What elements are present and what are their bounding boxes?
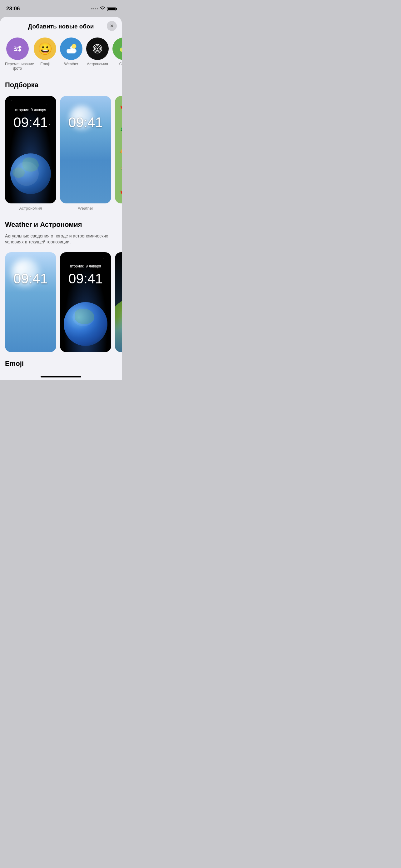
modal-sheet: Добавить новые обои ✕ Перемешивание фото… bbox=[0, 17, 122, 373]
section-desc-weather-astronomy: Актуальные сведения о погоде и астрономи… bbox=[5, 233, 117, 245]
weather-svg bbox=[65, 43, 78, 55]
weather-icon-circle bbox=[60, 37, 82, 60]
card-time-emoji: 09:41 bbox=[115, 115, 122, 129]
wifi-icon bbox=[100, 6, 105, 11]
wallpaper-label-weather: Weather bbox=[78, 206, 93, 211]
svg-rect-3 bbox=[67, 51, 75, 54]
wallpaper-scroll-podborka: вторник, 9 января 09:41 Астрономия 09:41 bbox=[0, 96, 122, 216]
shuffle-icon-circle bbox=[6, 37, 29, 60]
card-time-weather: 09:41 bbox=[60, 115, 111, 130]
status-bar: 23:06 bbox=[0, 0, 122, 16]
wallpaper-item-emoji[interactable]: 🍁 🦌 ⛺ 🌲 🍁 🦌 ⛺ 🌲 🍁 🦌 ⛺ 🌲 🍁 🦌 ⛺ 09 bbox=[115, 96, 122, 211]
close-button[interactable]: ✕ bbox=[107, 21, 117, 31]
svg-point-9 bbox=[120, 48, 122, 52]
astronomy-svg bbox=[92, 43, 103, 55]
battery-icon bbox=[107, 7, 115, 11]
wallpaper-item-weather[interactable]: 09:41 Weather bbox=[60, 96, 111, 211]
category-item-astronomy[interactable]: Астрономия bbox=[86, 37, 109, 71]
wallpaper-item-astronomy-big[interactable]: вторник, 9 января 09:41 bbox=[60, 252, 111, 352]
shuffle-svg bbox=[11, 43, 24, 55]
status-time: 23:06 bbox=[6, 6, 20, 12]
category-label-color: Color bbox=[119, 62, 122, 66]
section-title-weather-astronomy: Weather и Астрономия bbox=[5, 221, 117, 229]
color-icon-circle bbox=[112, 37, 122, 60]
emoji-icon-circle: 😀 bbox=[34, 37, 56, 60]
category-label-astronomy: Астрономия bbox=[87, 62, 108, 66]
home-indicator bbox=[0, 373, 122, 380]
wallpaper-item-weather-big[interactable]: 09:41 bbox=[5, 252, 56, 352]
category-item-weather[interactable]: Weather bbox=[60, 37, 82, 71]
color-svg bbox=[118, 43, 122, 55]
wallpaper-card-earth-closeup[interactable]: 09:41 bbox=[115, 252, 122, 352]
card-time-astronomy: 09:41 bbox=[5, 115, 56, 130]
wallpaper-card-weather[interactable]: 09:41 bbox=[60, 96, 111, 204]
modal-title: Добавить новые обои bbox=[28, 23, 94, 30]
category-item-emoji[interactable]: 😀 Emoji bbox=[34, 37, 56, 71]
category-scroll: Перемешивание фото 😀 Emoji Weather bbox=[0, 35, 122, 76]
wallpaper-item-astronomy[interactable]: вторник, 9 января 09:41 Астрономия bbox=[5, 96, 56, 211]
category-item-shuffle[interactable]: Перемешивание фото bbox=[5, 37, 30, 71]
astronomy-icon-circle bbox=[86, 37, 109, 60]
emoji-grid: 🍁 🦌 ⛺ 🌲 🍁 🦌 ⛺ 🌲 🍁 🦌 ⛺ 🌲 🍁 🦌 ⛺ bbox=[115, 96, 122, 204]
emoji-section-label: Emoji bbox=[0, 357, 122, 373]
svg-point-8 bbox=[97, 48, 98, 50]
card-time-earth-closeup: 09:41 bbox=[115, 271, 122, 286]
category-label-emoji: Emoji bbox=[40, 62, 49, 66]
section-title-podborka: Подборка bbox=[5, 81, 117, 89]
earth-big-visual bbox=[64, 302, 107, 346]
card-date-astronomy: вторник, 9 января bbox=[5, 108, 56, 112]
home-bar bbox=[41, 376, 81, 377]
status-icons bbox=[91, 6, 115, 11]
earth-visual bbox=[10, 153, 51, 194]
wallpaper-card-weather-big[interactable]: 09:41 bbox=[5, 252, 56, 352]
card-date-astronomy-big: вторник, 9 января bbox=[60, 264, 111, 269]
wallpaper-card-astronomy-big[interactable]: вторник, 9 января 09:41 bbox=[60, 252, 111, 352]
card-time-astronomy-big: 09:41 bbox=[60, 271, 111, 286]
modal-header: Добавить новые обои ✕ bbox=[0, 17, 122, 35]
wallpaper-item-earth-closeup[interactable]: 09:41 bbox=[115, 252, 122, 352]
wallpaper-label-astronomy: Астрономия bbox=[19, 206, 42, 211]
category-item-color[interactable]: Color bbox=[112, 37, 122, 71]
category-label-weather: Weather bbox=[64, 62, 78, 66]
wallpaper-card-emoji[interactable]: 🍁 🦌 ⛺ 🌲 🍁 🦌 ⛺ 🌲 🍁 🦌 ⛺ 🌲 🍁 🦌 ⛺ 09 bbox=[115, 96, 122, 204]
section-weather-astronomy: Weather и Астрономия Актуальные сведения… bbox=[0, 216, 122, 252]
card-time-weather-big: 09:41 bbox=[5, 271, 56, 286]
wallpaper-scroll-weather: 09:41 вторник, 9 января 09:41 0 bbox=[0, 252, 122, 357]
signal-icon bbox=[91, 8, 98, 9]
section-podborka: Подборка bbox=[0, 76, 122, 96]
svg-point-4 bbox=[72, 44, 76, 49]
category-label-shuffle: Перемешивание фото bbox=[5, 62, 30, 71]
wallpaper-card-astronomy[interactable]: вторник, 9 января 09:41 bbox=[5, 96, 56, 204]
